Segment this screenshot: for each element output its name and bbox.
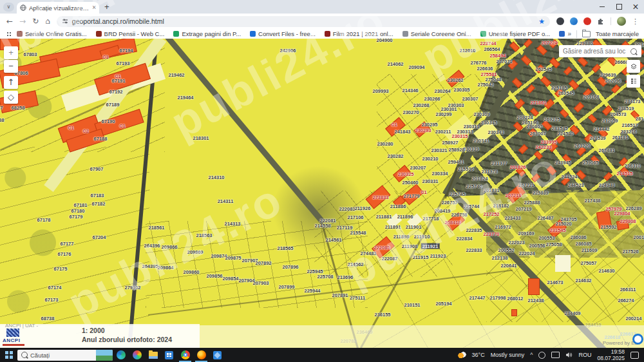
reload-button[interactable]: ↻ — [32, 17, 39, 26]
search-highlight-thumbnail[interactable] — [96, 350, 113, 361]
bookmark-item[interactable]: Film 2021 | 2021 onl... — [325, 30, 393, 37]
extension-icon[interactable] — [556, 17, 564, 25]
parcel-label: 211926 — [355, 205, 371, 211]
parcel-label: 286086 — [570, 234, 586, 240]
bookmark-item[interactable]: Seriale Online Gratis... — [17, 30, 87, 37]
apps-grid-icon[interactable] — [6, 32, 12, 37]
taskbar-search[interactable]: Căutați — [17, 350, 113, 361]
parcel-label: 226487 — [537, 215, 553, 221]
parcel-label: 226636 — [477, 66, 493, 71]
parcel-label: 200214 — [625, 316, 641, 321]
parcel-label: 224540 — [557, 131, 573, 137]
parcel-label: 216972 — [495, 224, 511, 230]
parcel-label: 222087 — [381, 256, 397, 262]
taskbar-edge-icon[interactable] — [113, 348, 129, 362]
parcel-label: 230343 — [488, 129, 504, 135]
parcel-label: 222083 — [339, 206, 355, 212]
home-button[interactable]: ⌂ — [45, 17, 50, 26]
bookmarks-folder-label[interactable]: Toate marcajele — [596, 30, 639, 37]
cadastral-map[interactable]: 6780367806C16719467193C16719167192671896… — [0, 39, 644, 348]
browser-tab[interactable]: Aplicație vizualizare imobile × — [17, 2, 99, 14]
bookmark-item[interactable]: Portal - Distrigaz Su... — [559, 30, 567, 37]
bookmark-star-icon[interactable]: ★ — [538, 17, 545, 26]
parcel-label: 212438 — [527, 298, 544, 303]
profile-avatar[interactable] — [617, 17, 626, 26]
extension-icon[interactable] — [570, 17, 578, 25]
taskbar-photos-icon[interactable] — [209, 348, 225, 362]
parcel-label: 230262 — [447, 77, 463, 83]
parcel-label: 211891 — [385, 224, 401, 230]
bookmark-favicon — [17, 31, 23, 37]
weather-icon[interactable] — [458, 352, 466, 358]
weather-temp[interactable]: 36°C — [472, 352, 485, 358]
legend-button[interactable] — [627, 75, 640, 88]
parcel-label: 231978 — [481, 169, 497, 175]
bookmarks-overflow-icon[interactable]: » — [567, 30, 571, 37]
ancpi-flag-icon — [6, 329, 19, 337]
extension-icon[interactable] — [583, 17, 591, 25]
url-text[interactable]: geoportal.ancpi.ro/imobile.html — [72, 17, 538, 25]
display-icon[interactable] — [551, 352, 560, 358]
window-maximize-button[interactable] — [611, 0, 627, 14]
locate-button[interactable]: ◇ — [4, 91, 18, 104]
forward-button[interactable]: → — [19, 17, 26, 26]
window-close-button[interactable]: × — [627, 0, 644, 14]
parcel-label: 284409 — [564, 310, 580, 316]
parcel-label: 201826 — [509, 164, 526, 170]
taskbar-store-icon[interactable] — [161, 348, 177, 362]
parcel-label: C1 — [421, 189, 427, 195]
parcel-label: 280807 — [526, 124, 542, 129]
address-bar[interactable]: geoportal.ancpi.ro/imobile.html ★ — [57, 16, 550, 27]
back-button[interactable]: ← — [6, 17, 13, 26]
zoom-in-button[interactable]: + — [4, 46, 18, 59]
bookmark-label: Seriale Online Gratis... — [25, 30, 87, 37]
map-search-box[interactable]: Găsire adresă sau loc — [559, 45, 641, 57]
parcel-label: 207903 — [252, 280, 269, 286]
parcel-label: 225944 — [304, 288, 320, 294]
taskbar-explorer-icon[interactable] — [145, 348, 161, 362]
bookmark-item[interactable]: Uneste fișiere PDF o... — [480, 30, 551, 37]
window-minimize-button[interactable] — [594, 0, 611, 14]
zoom-out-button[interactable]: − — [4, 60, 18, 73]
parcel-label: 211896 — [397, 214, 413, 220]
bookmarks-folder-icon[interactable] — [582, 31, 591, 37]
new-tab-button[interactable]: + — [104, 3, 109, 12]
language-indicator[interactable]: ROU — [578, 352, 591, 358]
basemap-gallery-button[interactable] — [627, 60, 640, 73]
tab-search-button[interactable]: ∨ — [3, 3, 14, 12]
bookmark-item[interactable]: Convert Files - free... — [250, 30, 316, 37]
map-search-placeholder[interactable]: Găsire adresă sau loc — [563, 48, 630, 55]
parcel-label: 266274 — [618, 298, 634, 303]
tray-expand-icon[interactable]: ^ — [530, 352, 533, 358]
parcel-label: 211921 — [421, 243, 440, 249]
volume-icon[interactable] — [565, 352, 573, 358]
bookmark-item[interactable]: Seriale Coreene Onl... — [402, 30, 471, 37]
taskbar-search-placeholder[interactable]: Căutați — [30, 352, 96, 359]
clock-time: 19:58 — [611, 348, 625, 355]
bookmark-item[interactable]: BRD Pensii - Web C... — [96, 30, 165, 37]
taskbar-chrome-icon[interactable] — [177, 348, 193, 362]
parcel-label: 211901 — [406, 224, 422, 230]
extensions-puzzle-icon[interactable] — [597, 17, 605, 25]
tab-close-icon[interactable]: × — [92, 5, 96, 11]
parcel-label: 225740 — [466, 184, 482, 189]
parcel-label: 218563 — [196, 233, 212, 238]
default-extent-button[interactable]: ↑ — [4, 76, 18, 89]
parcel-label: 216517 — [621, 122, 638, 128]
taskbar-widgets-icon[interactable] — [129, 348, 145, 362]
site-info-icon[interactable] — [62, 18, 68, 24]
weather-desc[interactable]: Mostly sunny — [491, 352, 525, 358]
taskbar-clock[interactable]: 19:58 08.07.2025 — [597, 348, 625, 361]
parcel-label: 266311 — [620, 287, 636, 292]
parcel-label: 230307 — [462, 96, 478, 102]
notification-center-icon[interactable] — [630, 352, 639, 359]
parcel-label: 226289 — [625, 205, 641, 211]
tray-app-icon[interactable] — [538, 352, 545, 359]
parcel-label: 267481 — [598, 148, 614, 153]
start-button[interactable] — [5, 351, 13, 359]
bookmark-label: Film 2021 | 2021 onl... — [333, 30, 393, 37]
search-icon[interactable] — [630, 48, 637, 55]
taskbar-firefox-icon[interactable] — [193, 348, 209, 362]
bookmark-item[interactable]: Extrage pagini din P... — [173, 30, 241, 37]
browser-menu-icon[interactable]: ⋮ — [632, 17, 639, 26]
